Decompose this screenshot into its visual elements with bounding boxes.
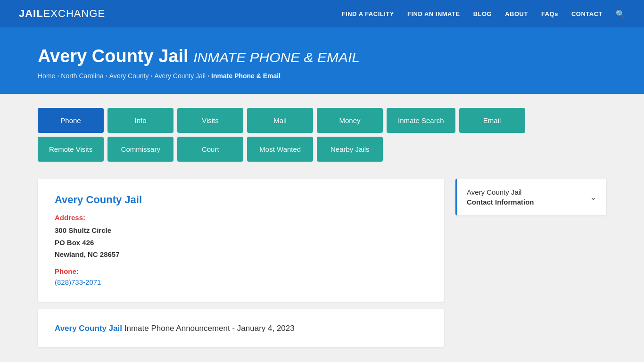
nav-links: FIND A FACILITY FIND AN INMATE BLOG ABOU… bbox=[342, 9, 625, 18]
nav-find-facility[interactable]: FIND A FACILITY bbox=[342, 10, 394, 17]
address-line1: 300 Shultz Circle bbox=[55, 224, 427, 237]
chevron-down-icon[interactable]: ⌄ bbox=[590, 192, 597, 202]
sidebar-title-line1: Avery County Jail bbox=[467, 187, 534, 197]
tab-visits[interactable]: Visits bbox=[177, 108, 243, 133]
tabs-row-1: Phone Info Visits Mail Money Inmate Sear… bbox=[38, 108, 606, 133]
address-line2: PO Box 426 bbox=[55, 237, 427, 249]
navbar: JAILEXCHANGE FIND A FACILITY FIND AN INM… bbox=[0, 0, 644, 27]
breadcrumb: Home › North Carolina › Avery County › A… bbox=[38, 72, 606, 80]
sidebar-card-title: Avery County Jail Contact Information bbox=[467, 187, 534, 207]
breadcrumb-home[interactable]: Home bbox=[38, 72, 55, 80]
page-title-main: Avery County Jail bbox=[38, 46, 189, 66]
tab-info[interactable]: Info bbox=[107, 108, 173, 133]
breadcrumb-sep-1: › bbox=[57, 73, 59, 79]
main-content: Avery County Jail Address: 300 Shultz Ci… bbox=[0, 165, 644, 362]
search-icon[interactable]: 🔍 bbox=[616, 9, 625, 18]
announcement-card: Avery County Jail Inmate Phone Announcem… bbox=[38, 309, 444, 348]
nav-blog[interactable]: BLOG bbox=[473, 10, 492, 17]
sidebar: Avery County Jail Contact Information ⌄ bbox=[455, 179, 606, 215]
page-title-sub: INMATE PHONE & EMAIL bbox=[193, 49, 360, 65]
left-column: Avery County Jail Address: 300 Shultz Ci… bbox=[38, 179, 444, 347]
breadcrumb-current: Inmate Phone & Email bbox=[211, 72, 281, 80]
breadcrumb-sep-4: › bbox=[207, 73, 209, 79]
info-card: Avery County Jail Address: 300 Shultz Ci… bbox=[38, 179, 444, 302]
brand-exchange: EXCHANGE bbox=[43, 8, 105, 19]
breadcrumb-sep-3: › bbox=[150, 73, 152, 79]
announcement-title: Avery County Jail Inmate Phone Announcem… bbox=[55, 322, 427, 335]
tab-inmate-search[interactable]: Inmate Search bbox=[387, 108, 455, 133]
nav-contact[interactable]: CONTACT bbox=[571, 10, 603, 17]
address-label: Address: bbox=[55, 214, 427, 222]
brand-logo[interactable]: JAILEXCHANGE bbox=[19, 8, 105, 20]
tab-money[interactable]: Money bbox=[317, 108, 383, 133]
announcement-text: Inmate Phone Announcement - January 4, 2… bbox=[122, 324, 295, 333]
address-block: 300 Shultz Circle PO Box 426 Newland, NC… bbox=[55, 224, 427, 261]
breadcrumb-nc[interactable]: North Carolina bbox=[61, 72, 103, 80]
breadcrumb-avery-jail[interactable]: Avery County Jail bbox=[154, 72, 206, 80]
announcement-link[interactable]: Avery County Jail bbox=[55, 324, 122, 333]
phone-number[interactable]: (828)733-2071 bbox=[55, 278, 101, 286]
phone-label: Phone: bbox=[55, 267, 427, 275]
tab-email[interactable]: Email bbox=[459, 108, 525, 133]
tab-nearby-jails[interactable]: Nearby Jails bbox=[317, 137, 383, 162]
tabs-row-2: Remote Visits Commissary Court Most Want… bbox=[38, 137, 606, 162]
sidebar-title-line2: Contact Information bbox=[467, 197, 534, 207]
breadcrumb-sep-2: › bbox=[106, 73, 107, 79]
tab-most-wanted[interactable]: Most Wanted bbox=[247, 137, 313, 162]
tab-commissary[interactable]: Commissary bbox=[107, 137, 173, 162]
hero-banner: Avery County Jail INMATE PHONE & EMAIL H… bbox=[0, 27, 644, 94]
tabs-section: Phone Info Visits Mail Money Inmate Sear… bbox=[0, 94, 644, 162]
tab-phone[interactable]: Phone bbox=[38, 108, 104, 133]
tab-court[interactable]: Court bbox=[177, 137, 243, 162]
info-card-title: Avery County Jail bbox=[55, 194, 427, 206]
breadcrumb-avery-county[interactable]: Avery County bbox=[109, 72, 149, 80]
sidebar-card-header[interactable]: Avery County Jail Contact Information ⌄ bbox=[455, 179, 606, 215]
nav-find-inmate[interactable]: FIND AN INMATE bbox=[407, 10, 460, 17]
page-title: Avery County Jail INMATE PHONE & EMAIL bbox=[38, 46, 606, 66]
tab-mail[interactable]: Mail bbox=[247, 108, 313, 133]
sidebar-card: Avery County Jail Contact Information ⌄ bbox=[455, 179, 606, 215]
address-line3: Newland, NC 28657 bbox=[55, 248, 427, 261]
tab-remote-visits[interactable]: Remote Visits bbox=[38, 137, 104, 162]
nav-about[interactable]: ABOUT bbox=[505, 10, 528, 17]
brand-jail: JAIL bbox=[19, 8, 43, 19]
nav-faqs[interactable]: FAQs bbox=[541, 10, 558, 17]
